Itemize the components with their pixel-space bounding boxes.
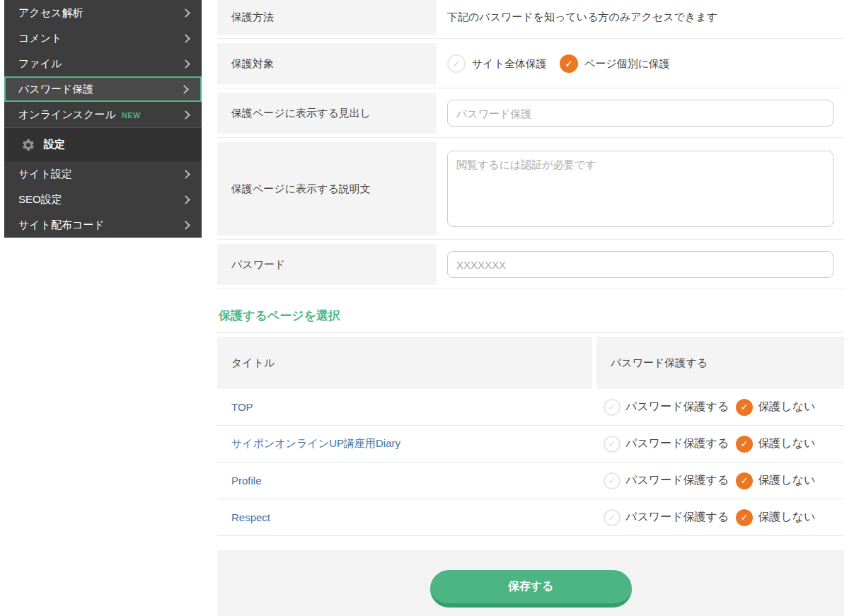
- chevron-right-icon: [181, 8, 190, 18]
- sidebar-item-seo-settings[interactable]: SEO設定: [4, 187, 202, 212]
- pages-section-title: 保護するページを選択: [219, 308, 844, 324]
- chevron-right-icon: [181, 110, 190, 120]
- sidebar-item-access-analytics[interactable]: アクセス解析: [4, 0, 202, 25]
- check-icon-unselected: ✓: [604, 509, 621, 526]
- check-icon-selected: ✓: [736, 472, 753, 489]
- column-header-title: タイトル: [217, 337, 592, 389]
- option-no-protect[interactable]: ✓ 保護しない: [736, 472, 815, 489]
- page-link-profile[interactable]: Profile: [231, 475, 262, 487]
- sidebar-item-site-settings[interactable]: サイト設定: [4, 161, 202, 187]
- table-row: TOP ✓ パスワード保護する ✓ 保護しない: [217, 389, 844, 426]
- page-link-top[interactable]: TOP: [231, 401, 253, 413]
- form-row-password: パスワード: [217, 244, 844, 289]
- option-protect[interactable]: ✓ パスワード保護する: [604, 509, 729, 526]
- sidebar-item-comments[interactable]: コメント: [4, 25, 202, 51]
- footer-bar: 保存する: [217, 550, 844, 616]
- page-link-respect[interactable]: Respect: [231, 511, 270, 523]
- form-row-protection-target: 保護対象 ✓ サイト全体保護 ✓ ページ個別に保護: [217, 43, 844, 88]
- chevron-right-icon: [181, 195, 190, 204]
- save-button[interactable]: 保存する: [430, 570, 632, 608]
- check-icon-unselected: ✓: [604, 472, 621, 489]
- column-header-protect: パスワード保護する: [596, 337, 844, 389]
- check-icon-selected: ✓: [560, 54, 578, 73]
- password-input[interactable]: [447, 251, 833, 278]
- page-link-diary[interactable]: サイポンオンラインUP講座用Diary: [231, 437, 400, 449]
- field-label: 保護ページに表示する説明文: [217, 142, 437, 236]
- field-label: パスワード: [217, 244, 437, 285]
- settings-header-label: 設定: [44, 138, 65, 151]
- option-protect[interactable]: ✓ パスワード保護する: [604, 399, 729, 416]
- check-icon-unselected: ✓: [604, 436, 621, 453]
- protected-page-heading-input[interactable]: [447, 100, 833, 127]
- option-protect[interactable]: ✓ パスワード保護する: [604, 472, 729, 489]
- form-row-protected-page-heading: 保護ページに表示する見出し: [217, 93, 844, 138]
- gear-icon: [21, 138, 35, 152]
- chevron-right-icon: [180, 85, 189, 94]
- field-label: 保護ページに表示する見出し: [217, 93, 437, 134]
- sidebar-item-site-distribution-code[interactable]: サイト配布コード: [4, 212, 202, 238]
- option-no-protect[interactable]: ✓ 保護しない: [736, 509, 815, 526]
- sidebar: アクセス解析 コメント ファイル パスワード保護 オンラインスクール NEW 設…: [4, 0, 202, 238]
- sidebar-section-settings: 設定: [4, 127, 202, 161]
- option-no-protect[interactable]: ✓ 保護しない: [736, 436, 815, 453]
- chevron-right-icon: [181, 170, 190, 179]
- divider: [217, 332, 844, 333]
- form-row-protected-page-description: 保護ページに表示する説明文: [217, 142, 844, 240]
- check-icon-unselected: ✓: [447, 54, 466, 73]
- check-icon-selected: ✓: [736, 509, 753, 526]
- table-row: Profile ✓ パスワード保護する ✓ 保護しない: [217, 463, 844, 499]
- option-no-protect[interactable]: ✓ 保護しない: [736, 399, 815, 416]
- form-row-protection-method: 保護方法 下記のパスワードを知っている方のみアクセスできます: [217, 0, 844, 39]
- protected-page-description-textarea[interactable]: [447, 151, 833, 227]
- check-icon-selected: ✓: [736, 436, 753, 453]
- option-protect-whole-site[interactable]: ✓ サイト全体保護: [447, 54, 547, 73]
- pages-table-header: タイトル パスワード保護する: [217, 337, 844, 389]
- check-icon-unselected: ✓: [604, 399, 621, 416]
- table-row: Respect ✓ パスワード保護する ✓ 保護しない: [217, 499, 844, 536]
- sidebar-item-password-protection[interactable]: パスワード保護: [4, 76, 202, 102]
- field-label: 保護方法: [217, 0, 437, 35]
- protection-method-value: 下記のパスワードを知っている方のみアクセスできます: [437, 0, 844, 35]
- table-row: サイポンオンラインUP講座用Diary ✓ パスワード保護する ✓ 保護しない: [217, 426, 844, 463]
- chevron-right-icon: [181, 221, 190, 230]
- option-protect-per-page[interactable]: ✓ ページ個別に保護: [560, 54, 670, 73]
- field-label: 保護対象: [217, 43, 437, 84]
- new-badge: NEW: [122, 111, 141, 120]
- chevron-right-icon: [181, 34, 190, 43]
- check-icon-selected: ✓: [736, 399, 753, 416]
- chevron-right-icon: [181, 59, 190, 69]
- sidebar-item-files[interactable]: ファイル: [4, 51, 202, 76]
- password-protection-settings: 保護方法 下記のパスワードを知っている方のみアクセスできます 保護対象 ✓ サイ…: [217, 0, 844, 616]
- option-protect[interactable]: ✓ パスワード保護する: [604, 436, 729, 453]
- sidebar-item-online-school[interactable]: オンラインスクール NEW: [4, 102, 202, 127]
